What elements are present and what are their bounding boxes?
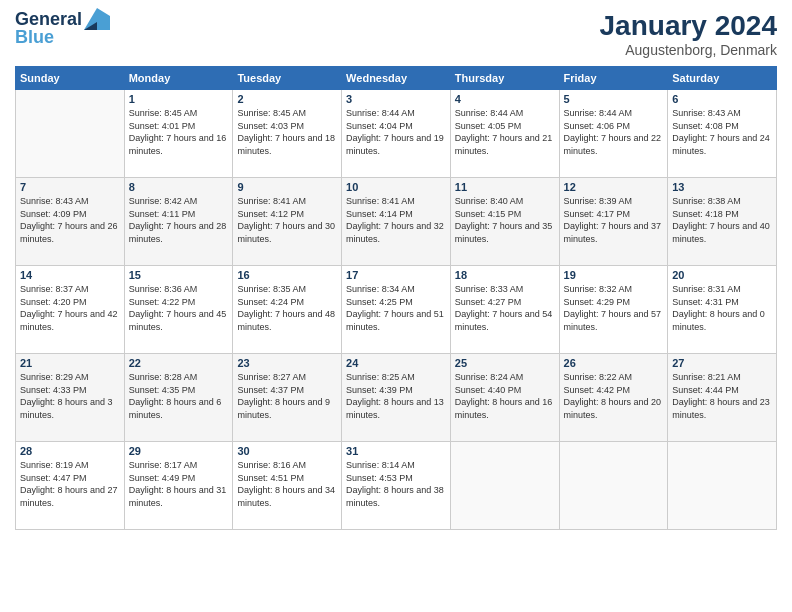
calendar-cell: 17Sunrise: 8:34 AMSunset: 4:25 PMDayligh… — [342, 266, 451, 354]
title-block: January 2024 Augustenborg, Denmark — [600, 10, 777, 58]
calendar-cell: 13Sunrise: 8:38 AMSunset: 4:18 PMDayligh… — [668, 178, 777, 266]
calendar-cell: 15Sunrise: 8:36 AMSunset: 4:22 PMDayligh… — [124, 266, 233, 354]
day-number: 8 — [129, 181, 229, 193]
calendar-cell: 3Sunrise: 8:44 AMSunset: 4:04 PMDaylight… — [342, 90, 451, 178]
calendar-cell: 5Sunrise: 8:44 AMSunset: 4:06 PMDaylight… — [559, 90, 668, 178]
month-title: January 2024 — [600, 10, 777, 42]
calendar-cell: 9Sunrise: 8:41 AMSunset: 4:12 PMDaylight… — [233, 178, 342, 266]
day-number: 30 — [237, 445, 337, 457]
cell-info: Sunrise: 8:14 AMSunset: 4:53 PMDaylight:… — [346, 459, 446, 509]
calendar-cell: 10Sunrise: 8:41 AMSunset: 4:14 PMDayligh… — [342, 178, 451, 266]
page: General Blue January 2024 Augustenborg, … — [0, 0, 792, 612]
weekday-header-friday: Friday — [559, 67, 668, 90]
cell-info: Sunrise: 8:21 AMSunset: 4:44 PMDaylight:… — [672, 371, 772, 421]
weekday-header-wednesday: Wednesday — [342, 67, 451, 90]
calendar-cell: 23Sunrise: 8:27 AMSunset: 4:37 PMDayligh… — [233, 354, 342, 442]
day-number: 1 — [129, 93, 229, 105]
day-number: 24 — [346, 357, 446, 369]
day-number: 28 — [20, 445, 120, 457]
day-number: 14 — [20, 269, 120, 281]
calendar-table: SundayMondayTuesdayWednesdayThursdayFrid… — [15, 66, 777, 530]
calendar-cell: 11Sunrise: 8:40 AMSunset: 4:15 PMDayligh… — [450, 178, 559, 266]
calendar-cell: 24Sunrise: 8:25 AMSunset: 4:39 PMDayligh… — [342, 354, 451, 442]
week-row-4: 28Sunrise: 8:19 AMSunset: 4:47 PMDayligh… — [16, 442, 777, 530]
calendar-cell: 7Sunrise: 8:43 AMSunset: 4:09 PMDaylight… — [16, 178, 125, 266]
cell-info: Sunrise: 8:29 AMSunset: 4:33 PMDaylight:… — [20, 371, 120, 421]
cell-info: Sunrise: 8:44 AMSunset: 4:04 PMDaylight:… — [346, 107, 446, 157]
week-row-3: 21Sunrise: 8:29 AMSunset: 4:33 PMDayligh… — [16, 354, 777, 442]
calendar-cell: 18Sunrise: 8:33 AMSunset: 4:27 PMDayligh… — [450, 266, 559, 354]
cell-info: Sunrise: 8:22 AMSunset: 4:42 PMDaylight:… — [564, 371, 664, 421]
day-number: 13 — [672, 181, 772, 193]
day-number: 9 — [237, 181, 337, 193]
cell-info: Sunrise: 8:19 AMSunset: 4:47 PMDaylight:… — [20, 459, 120, 509]
calendar-cell: 21Sunrise: 8:29 AMSunset: 4:33 PMDayligh… — [16, 354, 125, 442]
calendar-cell: 14Sunrise: 8:37 AMSunset: 4:20 PMDayligh… — [16, 266, 125, 354]
day-number: 16 — [237, 269, 337, 281]
calendar-cell: 29Sunrise: 8:17 AMSunset: 4:49 PMDayligh… — [124, 442, 233, 530]
header: General Blue January 2024 Augustenborg, … — [15, 10, 777, 58]
calendar-cell: 20Sunrise: 8:31 AMSunset: 4:31 PMDayligh… — [668, 266, 777, 354]
weekday-header-thursday: Thursday — [450, 67, 559, 90]
day-number: 18 — [455, 269, 555, 281]
location: Augustenborg, Denmark — [600, 42, 777, 58]
calendar-cell: 1Sunrise: 8:45 AMSunset: 4:01 PMDaylight… — [124, 90, 233, 178]
calendar-cell: 6Sunrise: 8:43 AMSunset: 4:08 PMDaylight… — [668, 90, 777, 178]
day-number: 21 — [20, 357, 120, 369]
day-number: 3 — [346, 93, 446, 105]
cell-info: Sunrise: 8:44 AMSunset: 4:05 PMDaylight:… — [455, 107, 555, 157]
calendar-cell: 8Sunrise: 8:42 AMSunset: 4:11 PMDaylight… — [124, 178, 233, 266]
week-row-1: 7Sunrise: 8:43 AMSunset: 4:09 PMDaylight… — [16, 178, 777, 266]
cell-info: Sunrise: 8:16 AMSunset: 4:51 PMDaylight:… — [237, 459, 337, 509]
cell-info: Sunrise: 8:44 AMSunset: 4:06 PMDaylight:… — [564, 107, 664, 157]
day-number: 11 — [455, 181, 555, 193]
logo-icon — [84, 8, 110, 30]
calendar-cell: 4Sunrise: 8:44 AMSunset: 4:05 PMDaylight… — [450, 90, 559, 178]
cell-info: Sunrise: 8:41 AMSunset: 4:12 PMDaylight:… — [237, 195, 337, 245]
week-row-2: 14Sunrise: 8:37 AMSunset: 4:20 PMDayligh… — [16, 266, 777, 354]
weekday-header-saturday: Saturday — [668, 67, 777, 90]
calendar-cell: 25Sunrise: 8:24 AMSunset: 4:40 PMDayligh… — [450, 354, 559, 442]
calendar-cell: 16Sunrise: 8:35 AMSunset: 4:24 PMDayligh… — [233, 266, 342, 354]
day-number: 4 — [455, 93, 555, 105]
day-number: 10 — [346, 181, 446, 193]
day-number: 19 — [564, 269, 664, 281]
cell-info: Sunrise: 8:45 AMSunset: 4:03 PMDaylight:… — [237, 107, 337, 157]
calendar-cell: 26Sunrise: 8:22 AMSunset: 4:42 PMDayligh… — [559, 354, 668, 442]
day-number: 27 — [672, 357, 772, 369]
logo-blue: Blue — [15, 28, 54, 48]
logo: General Blue — [15, 10, 110, 48]
day-number: 31 — [346, 445, 446, 457]
day-number: 29 — [129, 445, 229, 457]
calendar-cell: 2Sunrise: 8:45 AMSunset: 4:03 PMDaylight… — [233, 90, 342, 178]
calendar-cell: 12Sunrise: 8:39 AMSunset: 4:17 PMDayligh… — [559, 178, 668, 266]
day-number: 7 — [20, 181, 120, 193]
day-number: 6 — [672, 93, 772, 105]
cell-info: Sunrise: 8:39 AMSunset: 4:17 PMDaylight:… — [564, 195, 664, 245]
cell-info: Sunrise: 8:32 AMSunset: 4:29 PMDaylight:… — [564, 283, 664, 333]
weekday-header-sunday: Sunday — [16, 67, 125, 90]
cell-info: Sunrise: 8:31 AMSunset: 4:31 PMDaylight:… — [672, 283, 772, 333]
cell-info: Sunrise: 8:40 AMSunset: 4:15 PMDaylight:… — [455, 195, 555, 245]
calendar-cell: 19Sunrise: 8:32 AMSunset: 4:29 PMDayligh… — [559, 266, 668, 354]
day-number: 5 — [564, 93, 664, 105]
calendar-cell — [559, 442, 668, 530]
calendar-cell: 27Sunrise: 8:21 AMSunset: 4:44 PMDayligh… — [668, 354, 777, 442]
cell-info: Sunrise: 8:43 AMSunset: 4:09 PMDaylight:… — [20, 195, 120, 245]
cell-info: Sunrise: 8:27 AMSunset: 4:37 PMDaylight:… — [237, 371, 337, 421]
day-number: 12 — [564, 181, 664, 193]
day-number: 17 — [346, 269, 446, 281]
cell-info: Sunrise: 8:37 AMSunset: 4:20 PMDaylight:… — [20, 283, 120, 333]
cell-info: Sunrise: 8:35 AMSunset: 4:24 PMDaylight:… — [237, 283, 337, 333]
weekday-header-row: SundayMondayTuesdayWednesdayThursdayFrid… — [16, 67, 777, 90]
calendar-cell — [668, 442, 777, 530]
cell-info: Sunrise: 8:42 AMSunset: 4:11 PMDaylight:… — [129, 195, 229, 245]
cell-info: Sunrise: 8:41 AMSunset: 4:14 PMDaylight:… — [346, 195, 446, 245]
calendar-cell: 30Sunrise: 8:16 AMSunset: 4:51 PMDayligh… — [233, 442, 342, 530]
day-number: 20 — [672, 269, 772, 281]
cell-info: Sunrise: 8:17 AMSunset: 4:49 PMDaylight:… — [129, 459, 229, 509]
day-number: 15 — [129, 269, 229, 281]
weekday-header-monday: Monday — [124, 67, 233, 90]
cell-info: Sunrise: 8:28 AMSunset: 4:35 PMDaylight:… — [129, 371, 229, 421]
day-number: 25 — [455, 357, 555, 369]
